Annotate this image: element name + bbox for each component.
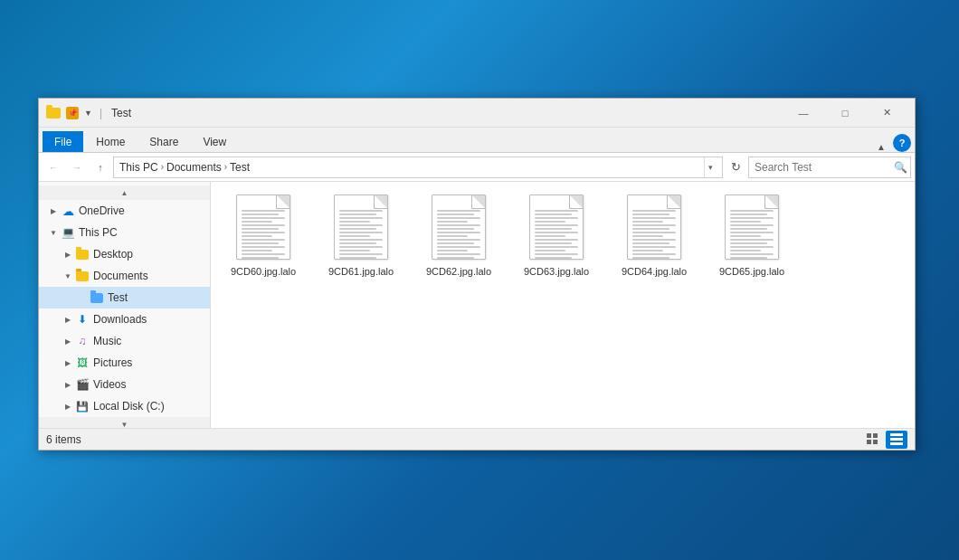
doc-lines (339, 210, 383, 259)
sidebar-item-onedrive[interactable]: ▶ ☁ OneDrive (39, 200, 210, 222)
path-dropdown-arrow[interactable]: ▾ (704, 157, 717, 177)
file-item[interactable]: 9CD62.jpg.lalo (413, 189, 504, 283)
doc-line (339, 250, 370, 252)
localdisk-expander[interactable]: ▶ (61, 395, 75, 417)
title-bar-folder-icon (46, 106, 61, 120)
doc-line (437, 228, 474, 230)
grid-view-button[interactable] (862, 431, 884, 449)
doc-line (632, 235, 663, 237)
doc-line (242, 250, 272, 252)
downloads-expander[interactable]: ▶ (61, 308, 75, 330)
help-button[interactable]: ? (893, 134, 911, 152)
tab-file[interactable]: File (43, 131, 83, 152)
file-item[interactable]: 9CD63.jpg.lalo (511, 189, 602, 283)
doc-line (632, 242, 669, 244)
sidebar-item-documents[interactable]: ▼ Documents (39, 265, 210, 287)
doc-lines (437, 210, 480, 259)
tab-home[interactable]: Home (84, 131, 137, 152)
videos-expander[interactable]: ▶ (61, 374, 75, 395)
address-path[interactable]: This PC › Documents › Test ▾ (113, 157, 723, 178)
doc-line (535, 235, 565, 237)
sidebar-label-music: Music (93, 335, 121, 347)
forward-button[interactable]: → (66, 157, 88, 178)
grid-view-icon (867, 433, 879, 446)
sidebar-item-desktop[interactable]: ▶ Desktop (39, 243, 210, 265)
file-item[interactable]: 9CD65.jpg.lalo (707, 189, 797, 283)
sidebar-label-pictures: Pictures (93, 356, 132, 369)
music-icon: ♫ (75, 334, 90, 348)
file-icon-doc (627, 195, 681, 260)
quick-access-chevron[interactable]: ▼ (84, 109, 92, 118)
doc-line (535, 253, 578, 255)
sidebar-item-test[interactable]: ▶ Test (39, 287, 210, 308)
search-input[interactable] (755, 161, 890, 174)
doc-line (437, 239, 480, 241)
sidebar-label-onedrive: OneDrive (79, 204, 125, 217)
doc-line (632, 214, 669, 215)
path-part-thispc[interactable]: This PC (119, 161, 158, 174)
doc-line (535, 242, 572, 244)
file-item[interactable]: 9CD60.jpg.lalo (218, 189, 309, 283)
doc-line (535, 246, 578, 248)
search-icon[interactable]: 🔍 (894, 161, 907, 174)
doc-line (632, 250, 663, 252)
sidebar-item-music[interactable]: ▶ ♫ Music (39, 330, 210, 352)
pictures-icon: 🖼 (75, 356, 90, 370)
sidebar-scroll-down[interactable]: ▼ (39, 417, 210, 428)
sidebar-item-downloads[interactable]: ▶ ⬇ Downloads (39, 308, 210, 330)
list-view-icon (890, 433, 903, 446)
desktop-icon (75, 247, 90, 261)
minimize-button[interactable]: — (783, 99, 824, 128)
sidebar-scroll-up[interactable]: ▲ (39, 185, 210, 200)
thispc-expander[interactable]: ▼ (46, 222, 61, 243)
doc-line (437, 242, 474, 244)
doc-line (730, 221, 761, 223)
back-button[interactable]: ← (43, 157, 64, 178)
doc-line (339, 246, 383, 248)
file-item[interactable]: 9CD64.jpg.lalo (609, 189, 699, 283)
path-part-test[interactable]: Test (230, 161, 250, 174)
window-title: Test (111, 107, 783, 119)
path-part-documents[interactable]: Documents (166, 161, 222, 174)
up-button[interactable]: ↑ (90, 157, 111, 178)
sidebar-item-pictures[interactable]: ▶ 🖼 Pictures (39, 352, 210, 374)
list-view-button[interactable] (886, 431, 907, 449)
sidebar-label-localdisk: Local Disk (C:) (93, 400, 165, 413)
sidebar-item-thispc[interactable]: ▼ 💻 This PC (39, 222, 210, 243)
sidebar-item-videos[interactable]: ▶ 🎬 Videos (39, 374, 210, 395)
doc-line (242, 221, 272, 223)
documents-expander[interactable]: ▼ (61, 265, 75, 287)
doc-lines (535, 210, 578, 259)
sidebar-item-localdisk[interactable]: ▶ 💾 Local Disk (C:) (39, 395, 210, 417)
file-item[interactable]: 9CD61.jpg.lalo (316, 189, 406, 283)
tab-share[interactable]: Share (138, 131, 190, 152)
onedrive-expander[interactable]: ▶ (46, 200, 61, 222)
sidebar-label-documents: Documents (93, 270, 148, 282)
doc-line (339, 242, 376, 244)
file-explorer-window: 📌 ▼ | Test — □ ✕ File Home Share View ▲ … (38, 98, 916, 451)
doc-line (339, 228, 376, 230)
sidebar-label-thispc: This PC (79, 226, 118, 239)
doc-line (535, 232, 578, 233)
doc-line (535, 257, 572, 259)
refresh-button[interactable]: ↻ (725, 157, 746, 178)
ribbon-collapse-chevron[interactable]: ▲ (869, 142, 893, 152)
pictures-expander[interactable]: ▶ (61, 352, 75, 374)
ribbon-tabs: File Home Share View ▲ ? (39, 128, 915, 153)
doc-line (730, 224, 774, 226)
documents-icon (75, 269, 90, 283)
doc-line (242, 253, 285, 255)
tab-view[interactable]: View (191, 131, 238, 152)
music-expander[interactable]: ▶ (61, 330, 75, 352)
doc-line (437, 250, 468, 252)
thispc-icon: 💻 (61, 225, 75, 240)
close-button[interactable]: ✕ (866, 99, 907, 128)
doc-line (437, 235, 468, 237)
title-bar: 📌 ▼ | Test — □ ✕ (39, 99, 915, 128)
pin-icon[interactable]: 📌 (66, 107, 79, 119)
doc-line (632, 239, 676, 241)
main-area: ▲ ▶ ☁ OneDrive ▼ 💻 This PC ▶ (39, 182, 915, 428)
desktop-expander[interactable]: ▶ (61, 243, 75, 265)
doc-line (535, 214, 572, 215)
maximize-button[interactable]: □ (824, 99, 866, 128)
